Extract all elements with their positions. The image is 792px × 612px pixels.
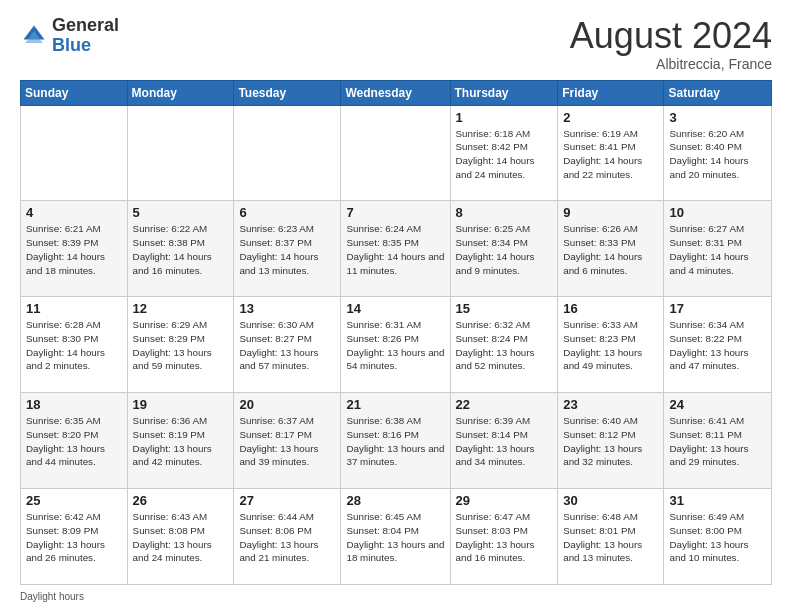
- day-number: 6: [239, 205, 335, 220]
- day-number: 10: [669, 205, 766, 220]
- day-number: 8: [456, 205, 553, 220]
- calendar-cell: 15Sunrise: 6:32 AMSunset: 8:24 PMDayligh…: [450, 297, 558, 393]
- calendar-cell: 30Sunrise: 6:48 AMSunset: 8:01 PMDayligh…: [558, 489, 664, 585]
- day-number: 15: [456, 301, 553, 316]
- col-monday: Monday: [127, 80, 234, 105]
- day-number: 9: [563, 205, 658, 220]
- day-number: 19: [133, 397, 229, 412]
- calendar-cell: 10Sunrise: 6:27 AMSunset: 8:31 PMDayligh…: [664, 201, 772, 297]
- calendar-cell: 5Sunrise: 6:22 AMSunset: 8:38 PMDaylight…: [127, 201, 234, 297]
- logo-icon: [20, 22, 48, 50]
- day-info: Sunrise: 6:40 AMSunset: 8:12 PMDaylight:…: [563, 414, 658, 469]
- day-info: Sunrise: 6:23 AMSunset: 8:37 PMDaylight:…: [239, 222, 335, 277]
- location: Albitreccia, France: [570, 56, 772, 72]
- calendar-cell: [234, 105, 341, 201]
- day-number: 3: [669, 110, 766, 125]
- calendar-table: Sunday Monday Tuesday Wednesday Thursday…: [20, 80, 772, 585]
- header: General Blue August 2024 Albitreccia, Fr…: [20, 16, 772, 72]
- calendar-cell: 1Sunrise: 6:18 AMSunset: 8:42 PMDaylight…: [450, 105, 558, 201]
- day-info: Sunrise: 6:30 AMSunset: 8:27 PMDaylight:…: [239, 318, 335, 373]
- day-number: 24: [669, 397, 766, 412]
- calendar-cell: 13Sunrise: 6:30 AMSunset: 8:27 PMDayligh…: [234, 297, 341, 393]
- calendar-cell: 23Sunrise: 6:40 AMSunset: 8:12 PMDayligh…: [558, 393, 664, 489]
- day-number: 5: [133, 205, 229, 220]
- calendar-cell: 17Sunrise: 6:34 AMSunset: 8:22 PMDayligh…: [664, 297, 772, 393]
- day-number: 23: [563, 397, 658, 412]
- logo: General Blue: [20, 16, 119, 56]
- week-row-3: 18Sunrise: 6:35 AMSunset: 8:20 PMDayligh…: [21, 393, 772, 489]
- day-info: Sunrise: 6:39 AMSunset: 8:14 PMDaylight:…: [456, 414, 553, 469]
- week-row-2: 11Sunrise: 6:28 AMSunset: 8:30 PMDayligh…: [21, 297, 772, 393]
- calendar-cell: 4Sunrise: 6:21 AMSunset: 8:39 PMDaylight…: [21, 201, 128, 297]
- calendar-cell: [341, 105, 450, 201]
- calendar-cell: 6Sunrise: 6:23 AMSunset: 8:37 PMDaylight…: [234, 201, 341, 297]
- calendar-cell: [127, 105, 234, 201]
- day-info: Sunrise: 6:29 AMSunset: 8:29 PMDaylight:…: [133, 318, 229, 373]
- day-number: 29: [456, 493, 553, 508]
- day-number: 20: [239, 397, 335, 412]
- day-number: 1: [456, 110, 553, 125]
- day-number: 2: [563, 110, 658, 125]
- day-info: Sunrise: 6:22 AMSunset: 8:38 PMDaylight:…: [133, 222, 229, 277]
- calendar-cell: 18Sunrise: 6:35 AMSunset: 8:20 PMDayligh…: [21, 393, 128, 489]
- day-number: 12: [133, 301, 229, 316]
- header-row: Sunday Monday Tuesday Wednesday Thursday…: [21, 80, 772, 105]
- day-info: Sunrise: 6:45 AMSunset: 8:04 PMDaylight:…: [346, 510, 444, 565]
- day-number: 13: [239, 301, 335, 316]
- page: General Blue August 2024 Albitreccia, Fr…: [0, 0, 792, 612]
- calendar-cell: 14Sunrise: 6:31 AMSunset: 8:26 PMDayligh…: [341, 297, 450, 393]
- day-info: Sunrise: 6:44 AMSunset: 8:06 PMDaylight:…: [239, 510, 335, 565]
- day-info: Sunrise: 6:36 AMSunset: 8:19 PMDaylight:…: [133, 414, 229, 469]
- day-number: 17: [669, 301, 766, 316]
- calendar-cell: 8Sunrise: 6:25 AMSunset: 8:34 PMDaylight…: [450, 201, 558, 297]
- day-info: Sunrise: 6:33 AMSunset: 8:23 PMDaylight:…: [563, 318, 658, 373]
- calendar-cell: 27Sunrise: 6:44 AMSunset: 8:06 PMDayligh…: [234, 489, 341, 585]
- calendar-cell: 24Sunrise: 6:41 AMSunset: 8:11 PMDayligh…: [664, 393, 772, 489]
- calendar-cell: 31Sunrise: 6:49 AMSunset: 8:00 PMDayligh…: [664, 489, 772, 585]
- calendar-cell: [21, 105, 128, 201]
- day-info: Sunrise: 6:49 AMSunset: 8:00 PMDaylight:…: [669, 510, 766, 565]
- day-info: Sunrise: 6:24 AMSunset: 8:35 PMDaylight:…: [346, 222, 444, 277]
- calendar-cell: 3Sunrise: 6:20 AMSunset: 8:40 PMDaylight…: [664, 105, 772, 201]
- calendar-cell: 2Sunrise: 6:19 AMSunset: 8:41 PMDaylight…: [558, 105, 664, 201]
- calendar-cell: 29Sunrise: 6:47 AMSunset: 8:03 PMDayligh…: [450, 489, 558, 585]
- calendar-cell: 25Sunrise: 6:42 AMSunset: 8:09 PMDayligh…: [21, 489, 128, 585]
- week-row-0: 1Sunrise: 6:18 AMSunset: 8:42 PMDaylight…: [21, 105, 772, 201]
- col-friday: Friday: [558, 80, 664, 105]
- day-number: 11: [26, 301, 122, 316]
- day-info: Sunrise: 6:38 AMSunset: 8:16 PMDaylight:…: [346, 414, 444, 469]
- calendar-cell: 28Sunrise: 6:45 AMSunset: 8:04 PMDayligh…: [341, 489, 450, 585]
- day-number: 7: [346, 205, 444, 220]
- col-tuesday: Tuesday: [234, 80, 341, 105]
- calendar-cell: 9Sunrise: 6:26 AMSunset: 8:33 PMDaylight…: [558, 201, 664, 297]
- day-info: Sunrise: 6:35 AMSunset: 8:20 PMDaylight:…: [26, 414, 122, 469]
- day-info: Sunrise: 6:20 AMSunset: 8:40 PMDaylight:…: [669, 127, 766, 182]
- day-number: 31: [669, 493, 766, 508]
- day-number: 18: [26, 397, 122, 412]
- day-info: Sunrise: 6:32 AMSunset: 8:24 PMDaylight:…: [456, 318, 553, 373]
- col-wednesday: Wednesday: [341, 80, 450, 105]
- day-info: Sunrise: 6:48 AMSunset: 8:01 PMDaylight:…: [563, 510, 658, 565]
- day-info: Sunrise: 6:19 AMSunset: 8:41 PMDaylight:…: [563, 127, 658, 182]
- calendar-cell: 22Sunrise: 6:39 AMSunset: 8:14 PMDayligh…: [450, 393, 558, 489]
- day-info: Sunrise: 6:37 AMSunset: 8:17 PMDaylight:…: [239, 414, 335, 469]
- calendar-cell: 16Sunrise: 6:33 AMSunset: 8:23 PMDayligh…: [558, 297, 664, 393]
- daylight-label: Daylight hours: [20, 591, 84, 602]
- day-number: 25: [26, 493, 122, 508]
- calendar-cell: 20Sunrise: 6:37 AMSunset: 8:17 PMDayligh…: [234, 393, 341, 489]
- day-info: Sunrise: 6:18 AMSunset: 8:42 PMDaylight:…: [456, 127, 553, 182]
- day-info: Sunrise: 6:43 AMSunset: 8:08 PMDaylight:…: [133, 510, 229, 565]
- col-saturday: Saturday: [664, 80, 772, 105]
- week-row-1: 4Sunrise: 6:21 AMSunset: 8:39 PMDaylight…: [21, 201, 772, 297]
- col-thursday: Thursday: [450, 80, 558, 105]
- calendar-cell: 19Sunrise: 6:36 AMSunset: 8:19 PMDayligh…: [127, 393, 234, 489]
- day-info: Sunrise: 6:34 AMSunset: 8:22 PMDaylight:…: [669, 318, 766, 373]
- day-number: 27: [239, 493, 335, 508]
- day-number: 4: [26, 205, 122, 220]
- week-row-4: 25Sunrise: 6:42 AMSunset: 8:09 PMDayligh…: [21, 489, 772, 585]
- day-number: 14: [346, 301, 444, 316]
- day-number: 22: [456, 397, 553, 412]
- day-number: 28: [346, 493, 444, 508]
- calendar-cell: 7Sunrise: 6:24 AMSunset: 8:35 PMDaylight…: [341, 201, 450, 297]
- calendar-cell: 12Sunrise: 6:29 AMSunset: 8:29 PMDayligh…: [127, 297, 234, 393]
